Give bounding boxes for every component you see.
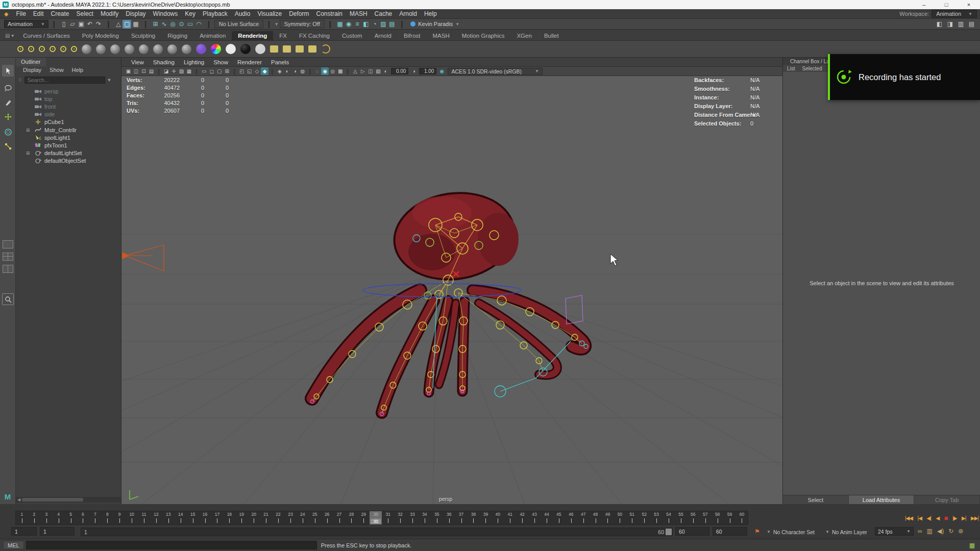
- outliner-tab[interactable]: Outliner: [16, 58, 46, 66]
- scroll-left-icon[interactable]: ◀: [16, 497, 22, 502]
- snap-curve-icon[interactable]: ∿: [160, 20, 168, 29]
- play-backwards-button[interactable]: ◀: [936, 515, 939, 521]
- outliner-menu-show[interactable]: Show: [46, 66, 67, 74]
- attribute-menu-selected[interactable]: Selected: [802, 66, 822, 71]
- redo-icon[interactable]: ↷: [94, 20, 103, 29]
- frame-1[interactable]: 1: [16, 511, 28, 524]
- playback-start-field[interactable]: 1: [40, 527, 75, 536]
- selection-highlight-icon[interactable]: ▷: [359, 67, 366, 75]
- screen-space-ao-icon[interactable]: ◍: [299, 67, 306, 75]
- volume-light-icon[interactable]: [60, 46, 66, 52]
- frame-46[interactable]: 46: [565, 511, 577, 524]
- frame-48[interactable]: 48: [590, 511, 602, 524]
- viewport-menu-view[interactable]: View: [127, 59, 149, 65]
- anim-start-field[interactable]: 1: [11, 527, 37, 536]
- anim-layer-selector[interactable]: ▼No Anim Layer: [825, 528, 867, 536]
- gamma-icon[interactable]: ◑: [410, 67, 418, 75]
- frame-57[interactable]: 57: [699, 511, 712, 524]
- expand-icon[interactable]: ⊞: [26, 128, 30, 133]
- shelf-tab-fx-caching[interactable]: FX Caching: [293, 31, 336, 40]
- outliner-item-pcube1[interactable]: pCube1: [16, 118, 121, 126]
- multisample-icon[interactable]: ▧: [374, 67, 382, 75]
- exposure-field[interactable]: 0.00: [391, 68, 408, 74]
- workspace-selector[interactable]: Animation ▼: [932, 10, 977, 18]
- shelf-tab-rendering[interactable]: Rendering: [232, 31, 273, 40]
- motion-blur-icon[interactable]: ◌: [313, 67, 321, 75]
- select-hierarchy-icon[interactable]: △: [114, 20, 122, 29]
- scale-tool[interactable]: [2, 140, 14, 152]
- frame-16[interactable]: 16: [199, 511, 211, 524]
- grease-pencil-icon[interactable]: ▨: [178, 67, 185, 75]
- attribute-menu-list[interactable]: List: [787, 66, 795, 71]
- outliner-item-defaultobjectset[interactable]: defaultObjectSet: [16, 157, 121, 165]
- frame-36[interactable]: 36: [443, 511, 455, 524]
- stop-button[interactable]: ■: [944, 514, 948, 522]
- shelf-tab-rigging[interactable]: Rigging: [161, 31, 193, 40]
- open-scene-icon[interactable]: ▱: [68, 20, 77, 29]
- menu-file[interactable]: File: [12, 10, 29, 17]
- shelf-tab-curves-surfaces[interactable]: Curves / Surfaces: [17, 31, 76, 40]
- frame-35[interactable]: 35: [431, 511, 443, 524]
- frame-52[interactable]: 52: [638, 511, 650, 524]
- frame-34[interactable]: 34: [419, 511, 431, 524]
- modeling-toolkit-toggle-icon[interactable]: ◧: [935, 20, 944, 29]
- channel-box-toggle-icon[interactable]: ▤: [967, 20, 976, 29]
- standard-surface-icon[interactable]: [82, 44, 91, 54]
- frame-12[interactable]: 12: [150, 511, 162, 524]
- move-tool[interactable]: [2, 111, 14, 122]
- outliner-item-top[interactable]: top: [16, 95, 121, 103]
- frame-29[interactable]: 29: [357, 511, 370, 524]
- frame-56[interactable]: 56: [687, 511, 699, 524]
- use-background-icon[interactable]: [240, 44, 251, 54]
- xray-joints-icon[interactable]: △: [351, 67, 359, 75]
- ambient-light-icon[interactable]: [71, 46, 77, 52]
- frame-15[interactable]: 15: [187, 511, 199, 524]
- paint-effects-icon[interactable]: ▨: [379, 20, 388, 29]
- shading-map-icon[interactable]: [182, 44, 191, 54]
- snap-view-plane-icon[interactable]: ▭: [186, 20, 194, 29]
- menu-display[interactable]: Display: [122, 10, 149, 17]
- frame-30[interactable]: 3030: [370, 511, 382, 524]
- frame-14[interactable]: 14: [175, 511, 187, 524]
- step-forward-key-button[interactable]: |▶: [952, 515, 957, 521]
- menu-select[interactable]: Select: [73, 10, 97, 17]
- menu-create[interactable]: Create: [47, 10, 73, 17]
- range-slider[interactable]: 1 60: [81, 528, 673, 536]
- frame-19[interactable]: 19: [235, 511, 248, 524]
- shelf-tab-animation[interactable]: Animation: [193, 31, 232, 40]
- frame-26[interactable]: 26: [321, 511, 333, 524]
- shelf-tab-bullet[interactable]: Bullet: [538, 31, 565, 40]
- layout-two-pane[interactable]: [3, 265, 13, 273]
- frame-59[interactable]: 59: [724, 511, 736, 524]
- snap-projected-center-icon[interactable]: ⊙: [177, 20, 186, 29]
- outliner-item-defaultlightset[interactable]: ⊞defaultLightSet: [16, 149, 121, 157]
- layout-four-pane[interactable]: [3, 253, 13, 261]
- make-live-icon[interactable]: ◠: [194, 20, 203, 29]
- select-component-icon[interactable]: ▦: [131, 20, 140, 29]
- shelf-tab-mash[interactable]: MASH: [426, 31, 455, 40]
- frame-13[interactable]: 13: [162, 511, 175, 524]
- shelf-tab-poly-modeling[interactable]: Poly Modeling: [76, 31, 125, 40]
- maximize-button[interactable]: □: [935, 0, 958, 9]
- frame-54[interactable]: 54: [663, 511, 675, 524]
- safe-action-icon[interactable]: ◰: [238, 67, 246, 75]
- frame-47[interactable]: 47: [577, 511, 590, 524]
- toon-outline-icon[interactable]: [321, 44, 330, 54]
- point-light-icon[interactable]: [17, 46, 23, 52]
- menu-set-selector[interactable]: Animation ▼: [4, 20, 48, 28]
- zoom-select-icon[interactable]: [2, 293, 14, 305]
- undo-icon[interactable]: ↶: [86, 20, 94, 29]
- clip-editor-icon[interactable]: ▥: [927, 528, 933, 535]
- frame-22[interactable]: 22: [272, 511, 284, 524]
- outliner-item-persp[interactable]: persp: [16, 87, 121, 95]
- viewport-canvas[interactable]: Verts:2022200Edges:4047200Faces:2025600T…: [121, 76, 782, 504]
- menu-playback[interactable]: Playback: [199, 10, 231, 17]
- menu-constrain[interactable]: Constrain: [313, 10, 346, 17]
- bookmarks-icon[interactable]: ▤: [148, 67, 155, 75]
- paint-select-tool[interactable]: [2, 96, 14, 108]
- plane-icons[interactable]: ◫: [366, 67, 374, 75]
- menu-mash[interactable]: MASH: [346, 10, 371, 17]
- loop-toggle-icon[interactable]: ∞: [918, 528, 922, 535]
- frame-58[interactable]: 58: [712, 511, 724, 524]
- bookmark-icon[interactable]: ⚑: [754, 528, 760, 535]
